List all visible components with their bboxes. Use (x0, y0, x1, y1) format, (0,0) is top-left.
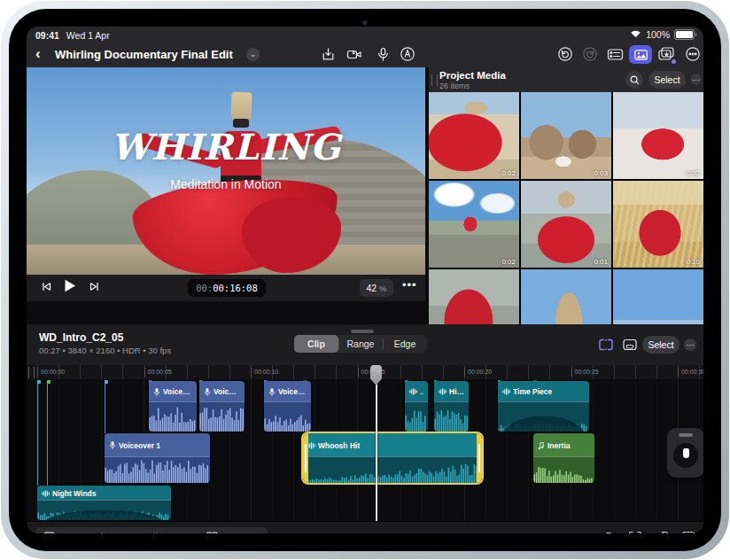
more-icon[interactable] (684, 45, 702, 63)
media-select-button[interactable]: Select (648, 71, 686, 89)
timeline-clip[interactable]: Whoosh Hit (303, 433, 482, 483)
ruler-label: 00:00:25 (571, 368, 599, 377)
edit-mode-range[interactable]: Range (338, 335, 383, 353)
clip-waveform (303, 456, 482, 483)
media-panel-count: 26 items (439, 82, 470, 90)
clip-marker-dot (105, 380, 108, 384)
status-right: 100% (630, 29, 695, 40)
media-panel-header: Project Media 26 items Select ··· (429, 67, 703, 92)
import-icon[interactable] (319, 45, 337, 63)
timeline-clip[interactable]: Voiceover 3 (264, 381, 311, 432)
panel-drag-handle[interactable] (431, 74, 438, 86)
wifi-icon (630, 29, 641, 40)
project-title[interactable]: Whirling Documentary Final Edit (55, 48, 233, 61)
media-browser-icon[interactable] (629, 45, 652, 64)
media-thumbnail[interactable]: 0:03 (521, 92, 611, 179)
timeline-clip[interactable]: Inertia (533, 433, 594, 483)
clip-label: Voiceover 1 (119, 441, 160, 450)
clip-marker-dot (37, 380, 41, 384)
clip-waveform (105, 456, 210, 483)
timeline-drag-handle[interactable] (351, 330, 374, 333)
redo-icon[interactable] (581, 45, 599, 63)
thumbnail-duration: 0:01 (594, 258, 608, 266)
split-clip-icon[interactable] (627, 529, 643, 533)
clip-waveform (533, 456, 594, 483)
title-chevron-down-icon[interactable]: ⌄ (246, 48, 260, 61)
timeline-clip[interactable]: Voiceover 1 (105, 433, 210, 483)
viewer-more-icon[interactable]: ••• (402, 278, 417, 292)
play-button[interactable] (62, 278, 77, 297)
timeline-tracks: Voiceover 2Voiceover 2Voiceover 3…High…T… (27, 379, 703, 521)
back-button[interactable]: ‹ (35, 44, 41, 64)
camera-icon[interactable] (346, 45, 363, 63)
jog-wheel[interactable] (667, 428, 703, 478)
insert-clip-icon[interactable] (654, 529, 670, 533)
media-thumbnail[interactable]: 0:10 (613, 181, 703, 268)
search-icon[interactable] (625, 71, 643, 89)
overlay-clip-icon[interactable] (621, 336, 639, 354)
edit-mode-edge[interactable]: Edge (383, 335, 427, 353)
timeline-ruler[interactable]: 00:00:0000:00:0500:00:1000:00:1500:00:20… (27, 365, 703, 380)
video-title-overlay: WHIRLING (27, 126, 425, 167)
browser-list-icon[interactable] (606, 45, 624, 63)
timeline-select-button[interactable]: Select (642, 336, 680, 354)
status-bar: 09:41 Wed 1 Apr (35, 29, 110, 42)
stage: 09:41 Wed 1 Apr 100% ‹ Whirling Document… (0, 0, 730, 560)
front-camera (362, 20, 368, 26)
media-thumbnail[interactable]: 0:02 (429, 181, 519, 268)
timeline-clip[interactable]: … (405, 381, 428, 432)
clip-connect-line (105, 383, 105, 433)
media-thumbnail[interactable]: 0:02 (613, 92, 703, 179)
media-more-icon[interactable]: ··· (690, 74, 702, 85)
timecode-display[interactable]: 00:00:16:08 (188, 279, 266, 297)
thumbnail-duration: 0:02 (686, 169, 700, 177)
effects-badge-dot (672, 59, 676, 64)
battery-percent: 100% (646, 29, 670, 40)
clip-label: Night Winds (52, 489, 97, 498)
status-time: 09:41 (35, 30, 59, 41)
skip-forward-icon[interactable] (89, 280, 100, 296)
snapping-icon[interactable] (597, 336, 615, 354)
undo-icon[interactable] (556, 45, 574, 63)
clip-waveform (264, 401, 311, 432)
playhead-line (376, 367, 377, 521)
media-thumbnail[interactable]: 0:01 (521, 181, 611, 268)
thumbnail-duration: 0:02 (501, 258, 516, 266)
trim-handle-l[interactable] (303, 433, 308, 483)
ruler-label: 00:00:05 (144, 368, 172, 377)
append-clip-icon[interactable] (680, 529, 696, 533)
multicam-button[interactable]: Multicam (198, 527, 268, 533)
clip-waveform (37, 500, 171, 520)
thumbnail-duration: 0:03 (594, 169, 608, 177)
timeline-clip[interactable]: Time Piece (498, 381, 589, 432)
effects-icon[interactable] (657, 45, 675, 63)
timeline-edge-handle[interactable] (28, 367, 35, 378)
timeline-clip[interactable]: Night Winds (37, 486, 171, 520)
timeline-more-icon[interactable]: ··· (684, 338, 696, 351)
zoom-level[interactable]: 42 % (360, 279, 393, 297)
viewer-panel: WHIRLING Meditation in Motion 00:00:16:0… (27, 67, 425, 301)
clip-waveform (199, 401, 245, 432)
timeline-clip[interactable]: Voiceover 2 (149, 381, 197, 432)
edit-mode-segmented-control: ClipRangeEdge (294, 335, 427, 353)
timeline-bottom-bar: Inspect Volume Animate Multicam (27, 521, 703, 533)
microphone-icon[interactable] (374, 45, 392, 63)
timeline-clip-info: 00:27 • 3840 × 2160 • HDR • 30 fps (39, 346, 171, 355)
clip-label: Whoosh Hit (318, 441, 360, 450)
timeline-clip[interactable]: High… (434, 381, 469, 432)
screen: 09:41 Wed 1 Apr 100% ‹ Whirling Document… (27, 27, 703, 533)
video-preview[interactable]: WHIRLING Meditation in Motion (27, 67, 425, 275)
delete-icon[interactable] (601, 529, 617, 533)
playback-bar: 00:00:16:08 42 % ••• (27, 275, 425, 301)
trim-handle-r[interactable] (477, 433, 482, 483)
video-subtitle-overlay: Meditation in Motion (27, 177, 425, 191)
pencil-tool-icon[interactable] (399, 45, 416, 63)
media-thumbnail[interactable]: 0:02 (429, 92, 519, 179)
app-toolbar: ‹ Whirling Documentary Final Edit ⌄ (27, 43, 703, 67)
timeline-clip[interactable]: Voiceover 2 (199, 381, 245, 432)
clip-label: High… (449, 387, 464, 396)
media-panel-title: Project Media (439, 70, 506, 81)
edit-mode-clip[interactable]: Clip (294, 335, 338, 353)
skip-back-icon[interactable] (41, 280, 52, 296)
timeline-header: WD_Intro_C2_05 00:27 • 3840 × 2160 • HDR… (27, 324, 703, 365)
